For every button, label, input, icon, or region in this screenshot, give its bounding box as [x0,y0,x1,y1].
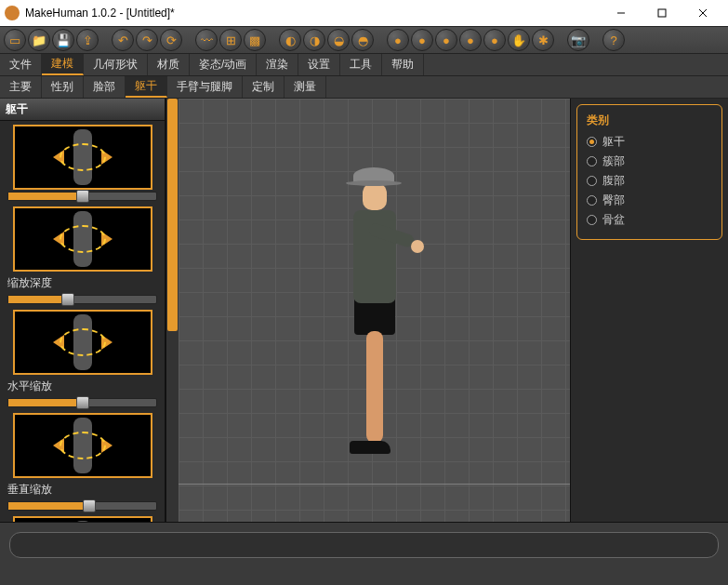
sidebar-right: 类别 躯干簇部腹部臀部骨盆 [570,99,728,522]
export-button[interactable]: ⇪ [76,29,99,51]
human-figure [353,167,396,454]
radio-dot-icon [587,215,597,225]
radio-label: 腹部 [602,173,625,189]
category-radio[interactable]: 臀部 [587,193,712,208]
category-radio[interactable]: 簇部 [587,153,712,169]
category-radio[interactable]: 腹部 [587,173,712,189]
redo-button[interactable]: ↷ [136,29,158,51]
menu-item[interactable]: 渲染 [257,54,298,75]
radio-label: 臀部 [602,193,625,208]
status-input[interactable] [9,532,719,558]
menu-item[interactable]: 设置 [298,54,340,75]
morph-thumbnail[interactable] [13,413,152,478]
menu-bar: 文件建模几何形状材质姿态/动画渲染设置工具帮助 [0,54,728,76]
close-button[interactable] [682,0,723,26]
cam-back-button[interactable]: ◒ [327,29,350,51]
menu-item[interactable]: 几何形状 [84,54,148,75]
open-button[interactable]: 📁 [28,29,50,51]
morph-thumbnail[interactable] [13,310,152,375]
menu-item[interactable]: 材质 [148,54,190,75]
cam-top-button[interactable]: ◓ [351,29,374,51]
slider-label: 缩放深度 [4,273,161,293]
sidebar-left-title: 躯干 [0,99,165,121]
menu-item[interactable]: 建模 [42,54,84,75]
sub-tab[interactable]: 测量 [285,76,326,98]
radio-dot-icon [587,176,597,186]
curve-button[interactable]: 〰 [195,29,218,51]
main-toolbar: ▭📁💾⇪↶↷⟳〰⊞▩◐◑◒◓●●●●●✋✱📷? [0,26,728,54]
skin4-button[interactable]: ● [459,29,482,51]
sub-tab[interactable]: 定制 [243,76,285,98]
morph-thumbnail[interactable] [13,125,152,190]
titlebar: MakeHuman 1.0.2 - [Untitled]* [0,0,728,26]
menu-item[interactable]: 姿态/动画 [190,54,257,75]
save-button[interactable]: 💾 [52,29,74,51]
slider-label: 垂直缩放 [4,480,161,499]
window-title: MakeHuman 1.0.2 - [Untitled]* [25,7,175,20]
sub-tab[interactable]: 主要 [0,76,42,98]
morph-thumbnail[interactable] [13,206,152,272]
viewport-3d[interactable] [179,99,570,522]
skin3-button[interactable]: ● [435,29,457,51]
slider-label: 水平缩放 [4,377,161,396]
work-area: 躯干 缩放深度水平缩放垂直缩放水平偏移 类别 躯干簇部腹部臀部骨盆 [0,99,728,522]
cam-front-button[interactable]: ◐ [279,29,301,51]
morph-thumbnail[interactable] [13,516,152,522]
new-button[interactable]: ▭ [4,29,26,51]
morph-slider[interactable] [7,192,157,201]
radio-dot-icon [587,156,597,166]
category-radio[interactable]: 骨盆 [587,212,712,228]
menu-item[interactable]: 帮助 [382,54,424,75]
pose-button[interactable]: ✱ [532,29,554,51]
skin5-button[interactable]: ● [483,29,506,51]
maximize-button[interactable] [642,0,682,26]
radio-label: 骨盆 [602,212,625,228]
sidebar-scrollbar[interactable] [165,99,179,522]
category-panel-title: 类别 [587,113,712,128]
menu-item[interactable]: 工具 [340,54,382,75]
app-icon [5,6,20,20]
wire-button[interactable]: ⊞ [219,29,242,51]
viewport-floor [179,484,570,485]
cam-side-button[interactable]: ◑ [303,29,325,51]
sub-tab[interactable]: 脸部 [84,76,126,98]
morph-slider[interactable] [7,398,157,407]
help-button[interactable]: ? [602,29,625,51]
sidebar-left-body: 缩放深度水平缩放垂直缩放水平偏移 [0,121,165,522]
hands-button[interactable]: ✋ [508,29,530,51]
sidebar-left: 躯干 缩放深度水平缩放垂直缩放水平偏移 [0,99,165,522]
radio-label: 躯干 [602,134,625,150]
scrollbar-thumb[interactable] [167,99,178,331]
menu-item[interactable]: 文件 [0,54,42,75]
sub-tab[interactable]: 性别 [42,76,84,98]
checker-button[interactable]: ▩ [244,29,266,51]
radio-dot-icon [587,137,597,147]
radio-dot-icon [587,195,597,206]
undo-button[interactable]: ↶ [112,29,134,51]
category-radio[interactable]: 躯干 [587,134,712,150]
skin1-button[interactable]: ● [387,29,409,51]
radio-label: 簇部 [602,153,625,169]
svg-rect-1 [658,9,666,17]
morph-slider[interactable] [7,295,157,304]
sub-tab[interactable]: 躯干 [126,76,167,98]
refresh-button[interactable]: ⟳ [160,29,182,51]
category-panel: 类别 躯干簇部腹部臀部骨盆 [576,104,722,240]
morph-slider[interactable] [7,501,157,511]
camera-button[interactable]: 📷 [567,29,589,51]
minimize-button[interactable] [601,0,642,26]
sub-tab[interactable]: 手臂与腿脚 [167,76,243,98]
tab-bar: 主要性别脸部躯干手臂与腿脚定制测量 [0,76,728,99]
skin2-button[interactable]: ● [411,29,433,51]
status-area [0,522,728,578]
